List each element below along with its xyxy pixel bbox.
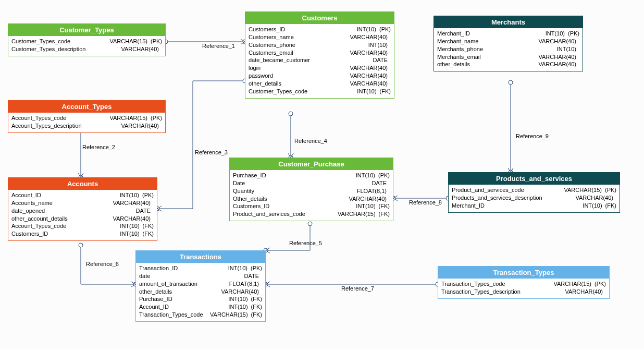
field-name: Customer_Types_code — [249, 88, 354, 95]
field-name: Merchant_ID — [452, 202, 579, 210]
entity-title: Merchants — [434, 16, 583, 28]
entity-customer-purchase[interactable]: Customer_Purchase Purchase_IDINT(10)(PK)… — [229, 158, 393, 221]
field-key: (PK) — [595, 280, 606, 288]
field-row: Customers_IDINT(10)(FK) — [233, 202, 390, 210]
field-key: (PK) — [379, 26, 391, 33]
field-name: Transaction_ID — [139, 264, 225, 272]
entity-merchants[interactable]: Merchants Merchant_IDINT(10)(PK)Merchant… — [434, 16, 583, 71]
field-row: Customer_Types_codeVARCHAR(15)(PK) — [11, 38, 162, 45]
field-type: DATE — [373, 56, 388, 64]
svg-line-31 — [393, 198, 398, 201]
field-type: INT(10) — [228, 303, 247, 311]
svg-line-22 — [131, 282, 135, 284]
field-type: VARCHAR(40) — [121, 45, 159, 53]
field-type: INT(10) — [368, 41, 388, 49]
field-type: INT(10) — [228, 295, 247, 303]
field-name: Customers_ID — [249, 26, 354, 33]
field-row: other_detailsVARCHAR(40) — [249, 80, 391, 88]
field-row: Customers_emailVARCHAR(40) — [249, 49, 391, 57]
field-name: Purchase_ID — [139, 295, 225, 303]
entity-account-types[interactable]: Account_Types Account_Types_codeVARCHAR(… — [8, 100, 166, 133]
svg-line-23 — [131, 284, 135, 287]
ref-label-5: Reference_5 — [289, 240, 322, 246]
field-key: (PK) — [251, 264, 262, 272]
field-key: (FK) — [379, 210, 390, 218]
field-name: Transaction_Types_code — [441, 280, 550, 288]
field-name: date — [139, 272, 241, 280]
field-row: QuantityFLOAT(8,1) — [233, 187, 390, 195]
field-name: date_opened — [11, 207, 132, 215]
field-type: INT(10) — [120, 230, 139, 238]
ref-label-6: Reference_6 — [86, 261, 119, 267]
ref-label-1: Reference_1 — [202, 43, 235, 49]
field-row: DateDATE — [233, 179, 390, 187]
svg-line-2 — [241, 39, 245, 42]
field-type: VARCHAR(40) — [350, 80, 388, 88]
svg-point-12 — [289, 112, 293, 116]
field-row: other_detailsVARCHAR(40) — [437, 61, 579, 68]
field-name: Account_Types_code — [11, 114, 106, 122]
entity-products-and-services[interactable]: Products_and_services Product_and_servic… — [448, 172, 620, 213]
field-type: VARCHAR(40) — [350, 49, 388, 57]
field-key: (PK) — [568, 30, 579, 38]
field-key: (FK) — [251, 295, 262, 303]
entity-fields: Account_Types_codeVARCHAR(15)(PK)Account… — [8, 113, 165, 132]
field-type: VARCHAR(40) — [350, 33, 388, 41]
entity-title: Accounts — [8, 178, 157, 190]
field-name: other_details — [139, 288, 218, 296]
field-name: Transaction_Types_description — [441, 288, 562, 296]
svg-line-11 — [157, 209, 162, 211]
field-type: VARCHAR(15) — [109, 38, 147, 45]
er-diagram-canvas: Customer_Types Customer_Types_codeVARCHA… — [0, 0, 644, 350]
field-type: INT(10) — [356, 172, 375, 179]
field-key: (PK) — [605, 186, 616, 194]
entity-accounts[interactable]: Accounts Account_IDINT(10)(PK)Accounts_n… — [8, 177, 157, 241]
entity-title: Transaction_Types — [438, 267, 609, 279]
field-key: (FK) — [379, 202, 390, 210]
field-row: Merchant_IDINT(10)(FK) — [452, 202, 616, 210]
field-row: Account_IDINT(10)(FK) — [139, 303, 262, 311]
entity-customer-types[interactable]: Customer_Types Customer_Types_codeVARCHA… — [8, 23, 166, 56]
entity-fields: Purchase_IDINT(10)(PK)DateDATEQuantityFL… — [230, 170, 393, 221]
entity-transaction-types[interactable]: Transaction_Types Transaction_Types_code… — [438, 266, 610, 299]
svg-line-7 — [81, 173, 83, 177]
field-row: Product_and_services_codeVARCHAR(15)(PK) — [452, 186, 616, 194]
field-row: Account_Types_codeVARCHAR(15)(PK) — [11, 114, 162, 122]
svg-line-34 — [508, 168, 511, 172]
field-row: Customers_nameVARCHAR(40) — [249, 33, 391, 41]
field-row: Account_Types_descriptionVARCHAR(40) — [11, 122, 162, 130]
field-row: Transaction_Types_codeVARCHAR(15)(PK) — [441, 280, 606, 288]
field-type: VARCHAR(40) — [113, 199, 151, 207]
field-type: VARCHAR(40) — [350, 64, 388, 72]
field-row: Customers_phoneINT(10) — [249, 41, 391, 49]
field-name: Product_and_services_code — [233, 210, 335, 218]
field-type: VARCHAR(15) — [210, 311, 248, 319]
field-key: (FK) — [605, 202, 616, 210]
field-row: Other_detailsVARCHAR(40) — [233, 195, 390, 203]
field-key: (FK) — [251, 303, 262, 311]
field-type: INT(10) — [120, 191, 139, 199]
field-type: VARCHAR(40) — [538, 53, 576, 61]
field-type: INT(10) — [228, 264, 247, 272]
field-type: DATE — [371, 179, 387, 187]
field-name: Merchants_phone — [437, 45, 554, 53]
field-row: date_openedDATE — [11, 207, 154, 215]
svg-line-19 — [266, 250, 270, 253]
field-type: VARCHAR(40) — [538, 38, 576, 45]
field-type: VARCHAR(40) — [350, 72, 388, 80]
entity-title: Customer_Purchase — [230, 158, 393, 170]
field-key: (FK) — [143, 230, 154, 238]
entity-customers[interactable]: Customers Customers_IDINT(10)(PK)Custome… — [245, 11, 394, 99]
entity-transactions[interactable]: Transactions Transaction_IDINT(10)(PK)da… — [135, 250, 266, 322]
field-key: (PK) — [151, 38, 162, 45]
field-name: password — [249, 72, 346, 80]
field-name: other_account_details — [11, 215, 109, 223]
field-type: INT(10) — [557, 45, 576, 53]
field-row: Products_and_services_descriptionVARCHAR… — [452, 194, 616, 202]
field-row: Transaction_Types_codeVARCHAR(15)(FK) — [139, 311, 262, 319]
field-name: login — [249, 64, 346, 72]
svg-line-18 — [266, 248, 270, 250]
field-key: (PK) — [378, 172, 390, 179]
field-name: Account_ID — [11, 191, 117, 199]
field-row: loginVARCHAR(40) — [249, 64, 391, 72]
